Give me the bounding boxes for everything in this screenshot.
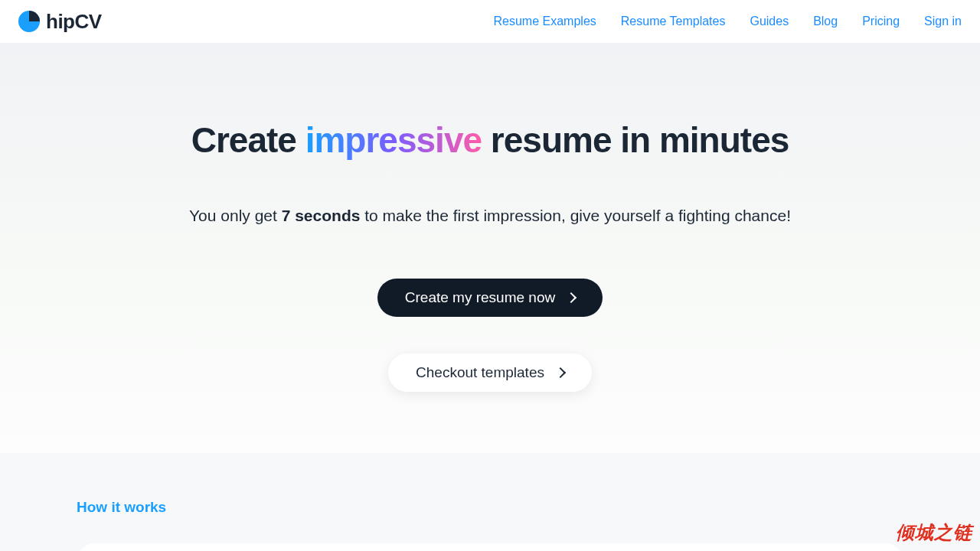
hero-title-pre: Create (191, 120, 305, 160)
logo[interactable]: hipCV (18, 10, 102, 34)
hero-subtitle-pre: You only get (189, 207, 282, 224)
hero-subtitle-bold: 7 seconds (282, 207, 361, 224)
logo-text: hipCV (46, 10, 102, 34)
nav-resume-templates[interactable]: Resume Templates (621, 15, 726, 28)
checkout-templates-button[interactable]: Checkout templates (388, 354, 592, 392)
hero-title: Create impressive resume in minutes (31, 119, 949, 161)
nav-blog[interactable]: Blog (813, 15, 838, 28)
create-resume-button[interactable]: Create my resume now (377, 279, 603, 317)
nav-resume-examples[interactable]: Resume Examples (494, 15, 596, 28)
nav-pricing[interactable]: Pricing (862, 15, 900, 28)
section-label: How it works (77, 499, 903, 516)
cta-group: Create my resume now Checkout templates (31, 279, 949, 392)
logo-icon (18, 11, 40, 32)
hero-subtitle: You only get 7 seconds to make the first… (31, 207, 949, 225)
watermark-text: 倾城之链 (896, 520, 972, 545)
how-it-works-section: How it works Make your resume in 3 easy … (0, 453, 980, 551)
nav-sign-in[interactable]: Sign in (924, 15, 962, 28)
chevron-right-icon (555, 367, 566, 378)
steps-card: Make your resume in 3 easy steps (77, 543, 903, 551)
chevron-right-icon (566, 292, 577, 303)
hero-section: Create impressive resume in minutes You … (0, 43, 980, 453)
hero-title-highlight: impressive (305, 120, 482, 160)
hero-subtitle-post: to make the first impression, give yours… (360, 207, 791, 224)
main-header: hipCV Resume Examples Resume Templates G… (0, 0, 980, 43)
main-nav: Resume Examples Resume Templates Guides … (494, 15, 962, 28)
create-resume-label: Create my resume now (405, 289, 555, 306)
checkout-templates-label: Checkout templates (416, 364, 544, 381)
nav-guides[interactable]: Guides (750, 15, 789, 28)
hero-title-post: resume in minutes (482, 120, 789, 160)
